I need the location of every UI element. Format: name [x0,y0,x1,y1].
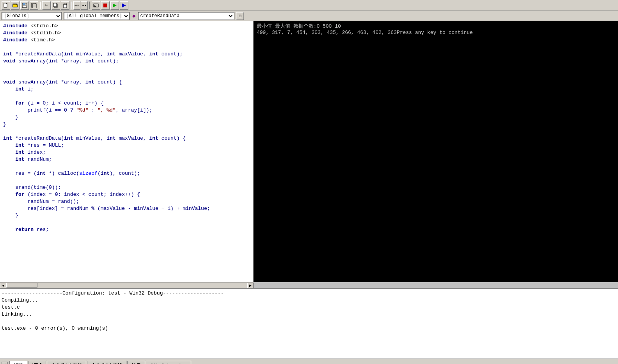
scroll-right-btn[interactable]: ▶ [247,283,254,288]
output-line2: 499, 317, 7, 454, 303, 435, 266, 463, 40… [257,30,615,36]
sep3 [89,2,90,9]
svg-text:▶: ▶ [94,4,96,8]
paste-btn[interactable] [61,1,69,10]
dropdowns-row: [Globals] [All global members] ◆ createR… [0,11,618,21]
sep2 [71,2,72,9]
build-btn[interactable]: ▶ [92,1,100,10]
code-content: #include <stdio.h> #include <stdlib.h> #… [0,21,253,235]
svg-marker-16 [122,4,126,7]
output-line1: 最小值 最大值 数据个数:0 500 10 [257,23,615,30]
toolbar: ✂ ↩▾ ↪▾ ▶ [0,0,618,11]
globals-dropdown[interactable]: [Globals] [2,12,62,20]
debug-btn[interactable] [120,1,128,10]
function-icon: ◆ [132,12,135,19]
scroll-thumb[interactable] [6,283,37,288]
tab-find1[interactable]: 在文件1中查找 [47,361,86,364]
save-all-btn[interactable] [30,1,38,10]
bottom-tabs: ◀ 组建 调试 在文件1中查找 在文件2中查找 结果 SQL Debugging… [0,359,618,364]
tab-debug[interactable]: 调试 [28,361,46,364]
save-btn[interactable] [20,1,29,10]
function-dropdown[interactable]: createRandData [138,12,234,20]
sep1 [40,2,41,9]
members-dropdown[interactable]: [All global members] [64,12,130,20]
svg-rect-2 [13,5,18,7]
scroll-left-btn[interactable]: ◀ [0,283,6,288]
new-file-btn[interactable] [2,1,10,10]
svg-rect-9 [53,3,57,7]
stop-btn[interactable] [101,1,110,10]
tab-sql[interactable]: SQL Debugging [146,361,191,364]
svg-rect-4 [23,3,25,5]
tab-find2[interactable]: 在文件2中查找 [87,361,126,364]
svg-rect-5 [23,5,26,7]
tab-results[interactable]: 结果 [127,361,145,364]
redo-btn[interactable]: ↪▾ [81,1,88,10]
tab-scroll-left[interactable]: ◀ [2,362,8,364]
svg-rect-11 [64,3,66,5]
build-output: --------------------Configuration: test … [2,290,616,332]
undo-btn[interactable]: ↩▾ [73,1,80,10]
undo-redo-group: ↩▾ ↪▾ [73,1,88,10]
build-panel: --------------------Configuration: test … [0,288,618,359]
output-panel: 最小值 最大值 数据个数:0 500 10 499, 317, 7, 454, … [254,21,618,282]
main-area: #include <stdio.h> #include <stdlib.h> #… [0,21,618,282]
tab-build[interactable]: 组建 [9,361,27,364]
run-btn[interactable] [110,1,119,10]
svg-rect-14 [103,4,107,7]
open-file-btn[interactable] [11,1,20,10]
code-panel: #include <stdio.h> #include <stdlib.h> #… [0,21,254,282]
cut-btn[interactable]: ✂ [42,1,51,10]
copy-btn[interactable] [52,1,60,10]
svg-rect-7 [32,4,37,8]
svg-marker-15 [113,4,117,7]
code-hscrollbar[interactable]: ◀ ▶ [0,282,254,288]
scroll-track [6,283,247,288]
dropdown-extra-btn[interactable]: ⊞ [236,12,244,20]
